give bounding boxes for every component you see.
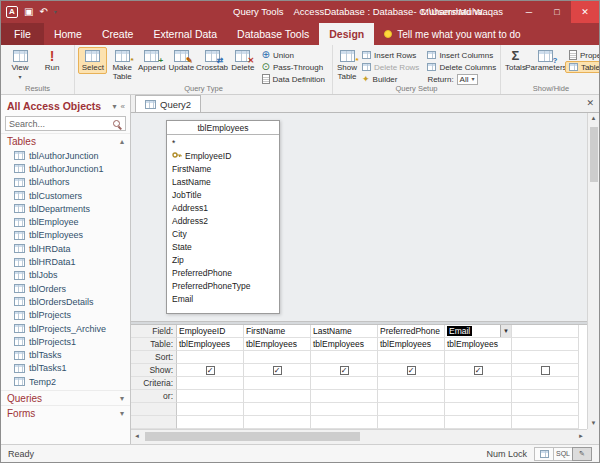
nav-item-tblAuthorJunction1[interactable]: tblAuthorJunction1 — [1, 162, 130, 175]
tab-design[interactable]: Design — [319, 23, 374, 45]
nav-item-tblAuthorJunction[interactable]: tblAuthorJunction — [1, 149, 130, 162]
document-close-icon[interactable]: ✕ — [586, 98, 594, 108]
nav-item-tblHRData[interactable]: tblHRData — [1, 242, 130, 255]
delete-rows-button[interactable]: Delete Rows — [358, 61, 423, 73]
grid-table-col1[interactable]: tblEmployees — [177, 338, 244, 351]
tab-create[interactable]: Create — [92, 23, 144, 45]
show-checkbox-col2[interactable]: ✓ — [273, 366, 282, 375]
grid-table-col5[interactable]: tblEmployees — [445, 338, 512, 351]
delete-columns-button[interactable]: Delete Columns — [423, 61, 500, 73]
grid-extra1-col2[interactable] — [244, 403, 311, 416]
grid-extra2-col6[interactable] — [512, 416, 579, 429]
qat-customize-icon[interactable]: ▾ — [54, 10, 57, 15]
insert-columns-button[interactable]: Insert Columns — [423, 49, 500, 61]
table-field-Email[interactable]: Email — [172, 293, 274, 306]
grid-or-col5[interactable] — [445, 390, 512, 403]
show-table-button[interactable]: * Show Table — [336, 47, 358, 82]
grid-sort-col6[interactable] — [512, 351, 579, 364]
grid-sort-col4[interactable] — [378, 351, 445, 364]
search-input[interactable]: Search... — [9, 119, 113, 129]
nav-item-tblAuthors[interactable]: tblAuthors — [1, 176, 130, 189]
nav-item-tblHRData1[interactable]: tblHRData1 — [1, 255, 130, 268]
datasheet-view-button[interactable] — [534, 447, 554, 461]
save-icon[interactable]: ▣ — [24, 1, 33, 23]
property-sheet-button[interactable]: Property Sheet — [565, 49, 600, 61]
nav-item-tblCustomers[interactable]: tblCustomers — [1, 189, 130, 202]
make-table-button[interactable]: * Make Table — [107, 47, 136, 82]
table-field-JobTitle[interactable]: JobTitle — [172, 189, 274, 202]
nav-menu-chevron-icon[interactable]: ▾ — [113, 102, 117, 111]
minimize-button[interactable]: ─ — [515, 1, 543, 23]
show-checkbox-col6[interactable] — [541, 366, 550, 375]
tab-database-tools[interactable]: Database Tools — [227, 23, 319, 45]
grid-extra2-col5[interactable] — [445, 416, 512, 429]
nav-item-Temp2[interactable]: Temp2 — [1, 375, 130, 388]
grid-extra1-col1[interactable] — [177, 403, 244, 416]
grid-extra1-col3[interactable] — [311, 403, 378, 416]
grid-criteria-col6[interactable] — [512, 377, 579, 390]
table-field-PreferredPhoneType[interactable]: PreferredPhoneType — [172, 280, 274, 293]
crosstab-button[interactable]: ⇄ Crosstab — [196, 47, 228, 74]
grid-or-col2[interactable] — [244, 390, 311, 403]
grid-show-col2[interactable]: ✓ — [244, 364, 311, 377]
grid-extra2-col2[interactable] — [244, 416, 311, 429]
grid-field-col2[interactable]: FirstName — [244, 325, 311, 338]
table-field-EmployeeID[interactable]: EmployeeID — [172, 150, 274, 163]
grid-table-col2[interactable]: tblEmployees — [244, 338, 311, 351]
table-field-State[interactable]: State — [172, 241, 274, 254]
undo-icon[interactable]: ↶ — [39, 1, 47, 23]
show-checkbox-col1[interactable]: ✓ — [206, 366, 215, 375]
nav-section-forms[interactable]: Forms ▾ — [1, 405, 130, 420]
forms-expand-icon[interactable]: ▾ — [120, 409, 124, 418]
tell-me-box[interactable]: Tell me what you want to do — [374, 23, 530, 45]
grid-criteria-col5[interactable] — [445, 377, 512, 390]
return-combobox[interactable]: All ▾ — [457, 74, 478, 85]
view-button[interactable]: View ▾ — [4, 47, 36, 81]
nav-item-tblDepartments[interactable]: tblDepartments — [1, 202, 130, 215]
nav-section-tables[interactable]: Tables ▴ — [1, 133, 130, 148]
grid-extra1-col5[interactable] — [445, 403, 512, 416]
grid-field-col6[interactable] — [512, 325, 579, 338]
grid-extra2-col1[interactable] — [177, 416, 244, 429]
totals-button[interactable]: Σ Totals — [504, 47, 527, 74]
design-view-button[interactable]: ✎ — [572, 447, 592, 461]
horizontal-scrollbar[interactable]: ◄ ► — [131, 429, 587, 442]
grid-table-col4[interactable]: tblEmployees — [378, 338, 445, 351]
grid-extra2-col3[interactable] — [311, 416, 378, 429]
grid-show-col4[interactable]: ✓ — [378, 364, 445, 377]
grid-field-col1[interactable]: EmployeeID — [177, 325, 244, 338]
shutter-close-icon[interactable]: « — [121, 102, 125, 111]
tables-collapse-icon[interactable]: ▴ — [120, 137, 124, 146]
show-checkbox-col5[interactable]: ✓ — [474, 366, 483, 375]
scroll-up-icon[interactable]: ▲ — [588, 113, 599, 124]
grid-criteria-col4[interactable] — [378, 377, 445, 390]
grid-show-col1[interactable]: ✓ — [177, 364, 244, 377]
grid-or-col3[interactable] — [311, 390, 378, 403]
parameters-button[interactable]: ? Parameters — [527, 47, 565, 74]
field-dropdown-button[interactable]: ▼ — [500, 325, 511, 337]
scroll-left-icon[interactable]: ◄ — [131, 430, 143, 442]
insert-rows-button[interactable]: Insert Rows — [358, 49, 423, 61]
grid-field-col4[interactable]: PreferredPhone — [378, 325, 445, 338]
grid-extra1-col6[interactable] — [512, 403, 579, 416]
nav-item-tblTasks[interactable]: tblTasks — [1, 348, 130, 361]
select-query-button[interactable]: Select — [78, 47, 107, 74]
update-button[interactable]: ✎ Update — [167, 47, 196, 74]
grid-field-col5[interactable]: Email▼ — [445, 325, 512, 338]
sql-view-button[interactable]: SQL — [553, 447, 573, 461]
nav-item-tblProjects1[interactable]: tblProjects1 — [1, 335, 130, 348]
grid-sort-col2[interactable] — [244, 351, 311, 364]
nav-pane-header[interactable]: All Access Objects ▾ « — [1, 95, 130, 115]
maximize-button[interactable]: □ — [543, 1, 571, 23]
vertical-scroll-thumb[interactable] — [590, 127, 598, 182]
grid-show-col3[interactable]: ✓ — [311, 364, 378, 377]
table-names-button[interactable]: Table Names — [565, 61, 600, 73]
nav-item-tblEmployees[interactable]: tblEmployees — [1, 229, 130, 242]
table-field-Address2[interactable]: Address2 — [172, 215, 274, 228]
tab-external-data[interactable]: External Data — [143, 23, 227, 45]
grid-or-col6[interactable] — [512, 390, 579, 403]
grid-table-col6[interactable] — [512, 338, 579, 351]
show-checkbox-col3[interactable]: ✓ — [340, 366, 349, 375]
grid-criteria-col1[interactable] — [177, 377, 244, 390]
table-field-LastName[interactable]: LastName — [172, 176, 274, 189]
